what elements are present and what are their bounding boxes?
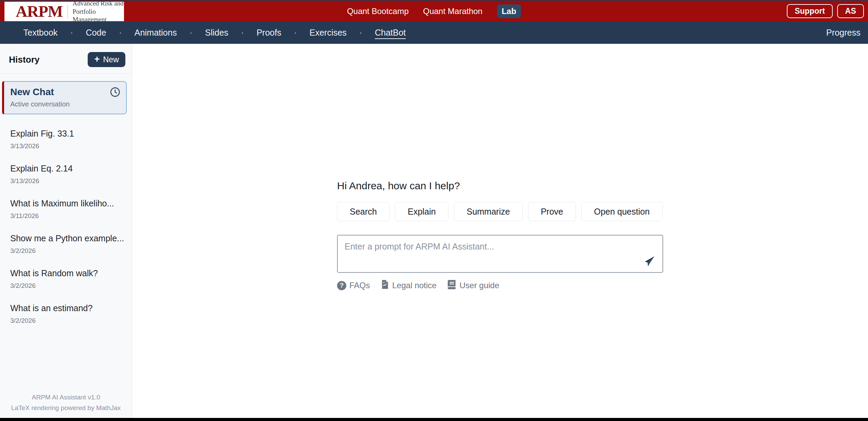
chat-item-title: Show me a Python example... [10, 233, 125, 243]
nav-item-code[interactable]: Code [86, 28, 106, 38]
chat-item-title: What is Maximum likeliho... [10, 199, 125, 208]
nav-item-slides[interactable]: Slides [205, 28, 228, 38]
logo-divider [67, 5, 68, 18]
brand-wordmark: ARPM [16, 3, 63, 20]
plus-icon [94, 55, 100, 64]
paper-plane-icon [644, 263, 655, 268]
lab-badge[interactable]: Lab [497, 4, 521, 18]
list-item[interactable]: What is Random walk? 3/2/2026 [0, 261, 132, 296]
greeting-text: Hi Andrea, how can I help? [337, 180, 663, 192]
assistant-version: ARPM AI Assistant v1.0 [0, 392, 132, 403]
user-guide-link[interactable]: User guide [447, 280, 499, 291]
prove-button[interactable]: Prove [528, 202, 576, 221]
tagline-line-2: Portfolio Management [73, 8, 107, 23]
list-item[interactable]: What is Maximum likeliho... 3/11/2026 [0, 192, 132, 227]
legal-document-icon [381, 280, 389, 291]
quick-actions-row: Search Explain Summarize Prove Open ques… [337, 202, 663, 221]
nav-item-chatbot[interactable]: ChatBot [375, 28, 406, 38]
nav-dot-separator [359, 28, 362, 38]
main-nav: Textbook Code Animations Slides Proofs E… [0, 22, 868, 44]
nav-dot-separator [119, 28, 122, 38]
chat-item-date: 3/13/2026 [10, 142, 125, 150]
nav-dot-separator [241, 28, 244, 38]
nav-item-progress[interactable]: Progress [826, 28, 860, 38]
history-title: History [9, 54, 40, 65]
user-guide-label: User guide [459, 281, 499, 290]
question-circle-icon [337, 281, 346, 290]
book-icon [447, 280, 456, 291]
summarize-button[interactable]: Summarize [454, 202, 522, 221]
nav-item-animations[interactable]: Animations [134, 28, 177, 38]
tagline-line-1: Advanced Risk and [73, 0, 124, 7]
chat-item-date: 3/2/2026 [10, 317, 125, 324]
chat-item-date: 3/13/2026 [10, 177, 125, 185]
active-chat-title: New Chat [10, 87, 119, 98]
active-chat-subtitle: Active conversation [10, 100, 119, 108]
chat-column: Hi Andrea, how can I help? Search Explai… [337, 44, 663, 291]
chat-item-date: 3/11/2026 [10, 212, 125, 220]
brand-tagline: Advanced Risk and Portfolio Management [73, 0, 124, 24]
mathjax-credit: LaTeX rendering powered by MathJax [0, 403, 132, 413]
list-item[interactable]: Show me a Python example... 3/2/2026 [0, 227, 132, 261]
chat-item-title: Explain Fig. 33.1 [10, 129, 125, 139]
open-question-button[interactable]: Open question [581, 202, 662, 221]
top-nav: Quant Bootcamp Quant Marathon Lab [347, 1, 521, 22]
prompt-input[interactable] [338, 235, 662, 272]
chat-item-title: Explain Eq. 2.14 [10, 164, 125, 174]
prompt-box [337, 235, 663, 273]
chat-item-date: 3/2/2026 [10, 247, 125, 255]
new-chat-button-label: New [103, 55, 119, 64]
help-links-row: FAQs Legal notice [337, 280, 663, 291]
legal-notice-link[interactable]: Legal notice [381, 280, 436, 291]
faqs-label: FAQs [349, 281, 370, 290]
nav-item-proofs[interactable]: Proofs [257, 28, 281, 38]
history-sidebar: History New New Chat Active conversation… [0, 44, 132, 418]
chat-item-date: 3/2/2026 [10, 282, 125, 290]
nav-dot-separator [294, 28, 297, 38]
arpm-logo[interactable]: ARPM Advanced Risk and Portfolio Managem… [4, 2, 124, 21]
list-item[interactable]: Explain Eq. 2.14 3/13/2026 [0, 157, 132, 192]
chat-item-title: What is Random walk? [10, 268, 125, 278]
search-button[interactable]: Search [337, 202, 389, 221]
faqs-link[interactable]: FAQs [337, 281, 370, 290]
active-chat-card[interactable]: New Chat Active conversation [2, 81, 127, 114]
top-header-actions: Support AS [787, 1, 864, 22]
send-button[interactable] [643, 256, 656, 268]
nav-item-exercises[interactable]: Exercises [310, 28, 347, 38]
account-button[interactable]: AS [837, 4, 864, 18]
top-nav-quant-bootcamp[interactable]: Quant Bootcamp [347, 7, 409, 16]
sidebar-header: History New [0, 44, 132, 73]
content-area: History New New Chat Active conversation… [0, 44, 868, 418]
nav-item-textbook[interactable]: Textbook [23, 28, 58, 38]
top-header: ARPM Advanced Risk and Portfolio Managem… [0, 0, 868, 22]
support-button[interactable]: Support [787, 4, 833, 18]
nav-dot-separator [189, 28, 192, 38]
new-chat-button[interactable]: New [88, 52, 125, 67]
chat-item-title: What is an estimand? [10, 303, 125, 313]
explain-button[interactable]: Explain [395, 202, 448, 221]
bottom-bar [0, 418, 868, 421]
top-nav-quant-marathon[interactable]: Quant Marathon [423, 7, 482, 16]
chat-main-panel: Hi Andrea, how can I help? Search Explai… [132, 44, 868, 418]
chat-history-list: Explain Fig. 33.1 3/13/2026 Explain Eq. … [0, 114, 132, 331]
legal-notice-label: Legal notice [392, 281, 436, 290]
nav-dot-separator [70, 28, 73, 38]
clock-icon [109, 86, 121, 99]
list-item[interactable]: Explain Fig. 33.1 3/13/2026 [0, 122, 132, 157]
sidebar-divider [0, 73, 132, 74]
sidebar-footer: ARPM AI Assistant v1.0 LaTeX rendering p… [0, 392, 132, 413]
list-item[interactable]: What is an estimand? 3/2/2026 [0, 296, 132, 331]
